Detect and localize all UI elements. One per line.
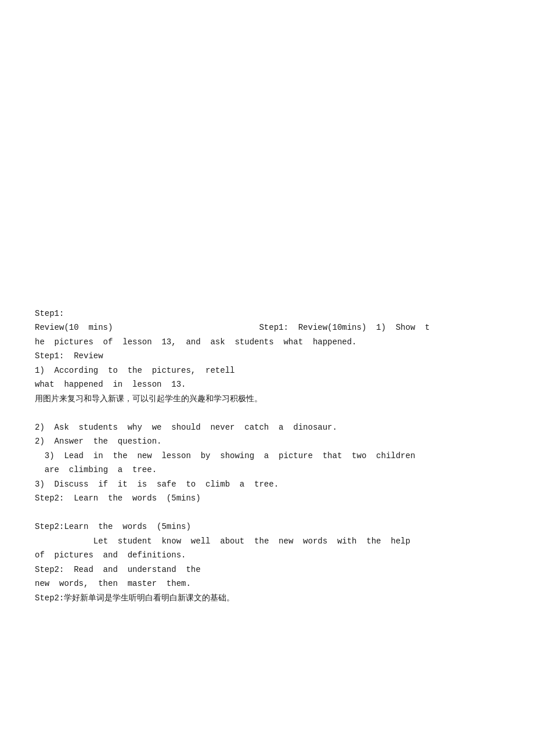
text-line: Step1: Review <box>35 349 499 363</box>
text-line: Review(10 mins) Step1: Review(10mins) 1)… <box>35 321 499 335</box>
text-line: Step1: <box>35 307 499 321</box>
text-line: Step2:Learn the words (5mins) <box>35 520 499 534</box>
text-line: Let student know well about the new word… <box>35 534 499 549</box>
page: Step1:Review(10 mins) Step1: Review(10mi… <box>0 0 534 756</box>
text-line: 用图片来复习和导入新课，可以引起学生的兴趣和学习积极性。 <box>35 392 499 406</box>
text-line: Step2:学好新单词是学生听明白看明白新课文的基础。 <box>35 591 499 606</box>
text-line: what happened in lesson 13. <box>35 377 499 392</box>
text-line: 3) Lead in the new lesson by showing a p… <box>35 449 499 463</box>
blank-line <box>35 506 499 520</box>
blank-line <box>35 406 499 420</box>
text-line: of pictures and definitions. <box>35 548 499 563</box>
text-line: Step2: Read and understand the <box>35 563 499 577</box>
text-line: 1) According to the pictures, retell <box>35 363 499 378</box>
text-line: 3) Discuss if it is safe to climb a tree… <box>35 477 499 492</box>
text-line: are climbing a tree. <box>35 463 499 477</box>
text-line: Step2: Learn the words (5mins) <box>35 491 499 506</box>
main-content: Step1:Review(10 mins) Step1: Review(10mi… <box>35 279 499 605</box>
text-line: 2) Answer the question. <box>35 434 499 449</box>
text-line: he pictures of lesson 13, and ask studen… <box>35 335 499 350</box>
text-line: 2) Ask students why we should never catc… <box>35 420 499 435</box>
text-line: new words, then master them. <box>35 577 499 591</box>
